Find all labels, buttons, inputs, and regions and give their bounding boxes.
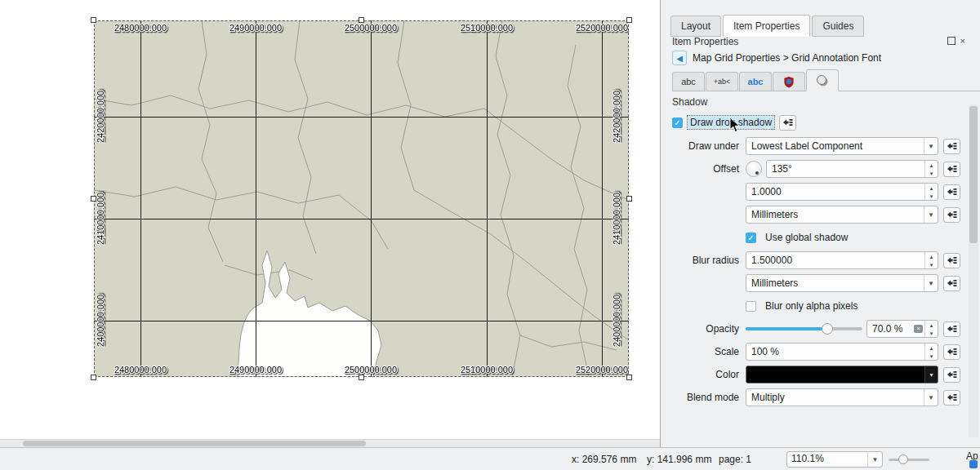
- opacity-label: Opacity: [672, 323, 746, 335]
- offset-distance-value[interactable]: 1.0000: [746, 186, 924, 197]
- grid-annotation: 2420000.000: [612, 91, 621, 143]
- scale-value[interactable]: 100 %: [746, 346, 924, 357]
- tab-shadow[interactable]: [806, 69, 839, 91]
- clear-value-icon[interactable]: ×: [914, 325, 923, 333]
- horizontal-scrollbar-thumb[interactable]: [23, 441, 366, 446]
- panel-scrollbar-thumb[interactable]: [969, 106, 978, 243]
- offset-angle-spinbox[interactable]: 135° ▴▾: [766, 160, 938, 178]
- spin-down-icon[interactable]: ▾: [925, 260, 938, 268]
- slider-handle[interactable]: [898, 454, 908, 464]
- spin-down-icon[interactable]: ▾: [925, 169, 938, 177]
- draw-drop-shadow-label[interactable]: Draw drop shadow: [688, 116, 774, 129]
- grid-annotation: 2400000.000: [96, 295, 105, 347]
- selection-handle[interactable]: [359, 17, 364, 23]
- offset-angle-value[interactable]: 135°: [767, 163, 924, 175]
- chevron-down-icon[interactable]: ▾: [867, 452, 882, 467]
- offset-distance-spinbox[interactable]: 1.0000 ▴▾: [746, 183, 938, 201]
- data-defined-override-button[interactable]: [943, 390, 960, 406]
- data-defined-override-icon: [947, 370, 957, 379]
- spin-up-icon[interactable]: ▴: [925, 252, 938, 260]
- blur-alpha-label[interactable]: Blur only alpha pixels: [765, 300, 858, 312]
- selection-handle[interactable]: [626, 196, 632, 202]
- float-panel-icon[interactable]: [947, 37, 956, 45]
- tab-guides[interactable]: Guides: [812, 16, 864, 37]
- tab-buffer[interactable]: abc: [739, 72, 772, 91]
- offset-angle-row: Offset 135° ▴▾: [672, 160, 960, 178]
- offset-units-row: Millimeters ▾: [672, 206, 960, 224]
- blur-alpha-checkbox[interactable]: [746, 301, 756, 312]
- tab-mask[interactable]: [773, 72, 805, 91]
- spin-up-icon[interactable]: ▴: [925, 161, 938, 169]
- draw-under-label: Draw under: [672, 140, 746, 152]
- chevron-down-icon[interactable]: ▾: [924, 275, 938, 291]
- data-defined-override-button[interactable]: [779, 115, 796, 131]
- use-global-shadow-checkbox[interactable]: ✓: [746, 233, 756, 243]
- shadow-color-button[interactable]: ▾: [746, 366, 938, 384]
- blur-radius-value[interactable]: 1.500000: [746, 255, 924, 266]
- scale-label: Scale: [672, 346, 746, 357]
- blur-units-combobox[interactable]: Millimeters ▾: [746, 274, 938, 292]
- map-render: 2480000.000 2490000.000 2500000.000 2510…: [94, 20, 629, 377]
- chevron-down-icon[interactable]: ▾: [924, 366, 938, 383]
- selection-handle[interactable]: [626, 17, 632, 23]
- formatting-icon: +ab<: [714, 78, 731, 86]
- offset-units-combobox[interactable]: Millimeters ▾: [746, 206, 938, 224]
- scale-spinbox[interactable]: 100 % ▴▾: [746, 343, 938, 361]
- draw-under-combobox[interactable]: Lowest Label Component ▾: [746, 137, 938, 155]
- zoom-slider[interactable]: [889, 454, 929, 465]
- selection-handle[interactable]: [91, 17, 96, 23]
- opacity-slider[interactable]: [746, 320, 862, 338]
- chevron-down-icon[interactable]: ▾: [924, 389, 938, 406]
- tab-formatting[interactable]: +ab<: [706, 72, 738, 91]
- opacity-spinbox[interactable]: 70.0 % × ▴▾: [866, 320, 938, 338]
- color-label: Color: [672, 369, 746, 380]
- data-defined-override-button[interactable]: [943, 321, 960, 337]
- blur-radius-spinbox[interactable]: 1.500000 ▴▾: [746, 251, 938, 269]
- selection-handle[interactable]: [626, 375, 632, 380]
- chevron-down-icon[interactable]: ▾: [924, 138, 938, 154]
- zoom-combobox[interactable]: 110.1% ▾: [786, 451, 883, 468]
- offset-angle-dial[interactable]: [746, 161, 762, 177]
- spin-down-icon[interactable]: ▾: [925, 329, 938, 337]
- panel-scrollbar[interactable]: [969, 104, 978, 437]
- blend-mode-combobox[interactable]: Multiply ▾: [746, 388, 938, 406]
- tab-text-format[interactable]: abc: [672, 72, 705, 91]
- shadow-icon: [816, 74, 829, 87]
- slider-handle[interactable]: [822, 323, 833, 335]
- spin-up-icon[interactable]: ▴: [925, 321, 938, 329]
- tab-layout[interactable]: Layout: [670, 16, 721, 37]
- opacity-value[interactable]: 70.0 %: [867, 323, 914, 335]
- use-global-shadow-label[interactable]: Use global shadow: [765, 232, 848, 243]
- data-defined-override-button[interactable]: [943, 253, 960, 268]
- chevron-down-icon[interactable]: ▾: [924, 206, 938, 223]
- spin-up-icon[interactable]: ▴: [925, 184, 938, 192]
- selection-handle[interactable]: [359, 375, 364, 380]
- data-defined-override-button[interactable]: [943, 207, 960, 223]
- map-item[interactable]: 2480000.000 2490000.000 2500000.000 2510…: [94, 20, 629, 377]
- tab-item-properties[interactable]: Item Properties: [723, 15, 810, 37]
- zoom-value[interactable]: 110.1%: [787, 452, 867, 467]
- data-defined-override-button[interactable]: [943, 162, 960, 177]
- draw-drop-shadow-checkbox[interactable]: ✓: [672, 118, 683, 128]
- data-defined-override-button[interactable]: [943, 139, 960, 154]
- selection-handle[interactable]: [91, 375, 96, 380]
- grid-annotation: 2420000.000: [96, 91, 105, 143]
- data-defined-override-icon: [783, 118, 793, 126]
- layout-canvas[interactable]: 2480000.000 2490000.000 2500000.000 2510…: [0, 0, 660, 439]
- data-defined-override-button[interactable]: [943, 344, 960, 360]
- horizontal-scrollbar[interactable]: [0, 439, 660, 447]
- spin-down-icon[interactable]: ▾: [925, 192, 938, 200]
- spin-down-icon[interactable]: ▾: [925, 352, 938, 360]
- data-defined-override-button[interactable]: [943, 367, 960, 383]
- data-defined-override-icon: [947, 256, 957, 264]
- spin-up-icon[interactable]: ▴: [925, 344, 938, 352]
- scale-row: Scale 100 % ▴▾: [672, 343, 960, 361]
- data-defined-override-button[interactable]: [943, 276, 960, 291]
- selection-handle[interactable]: [91, 196, 96, 202]
- back-button[interactable]: ◀: [672, 51, 687, 65]
- data-defined-override-button[interactable]: [943, 184, 960, 200]
- offset-label: Offset: [672, 163, 746, 175]
- grid-annotation: 2400000.000: [612, 295, 621, 347]
- color-swatch: [746, 366, 924, 383]
- close-panel-icon[interactable]: ×: [960, 38, 965, 44]
